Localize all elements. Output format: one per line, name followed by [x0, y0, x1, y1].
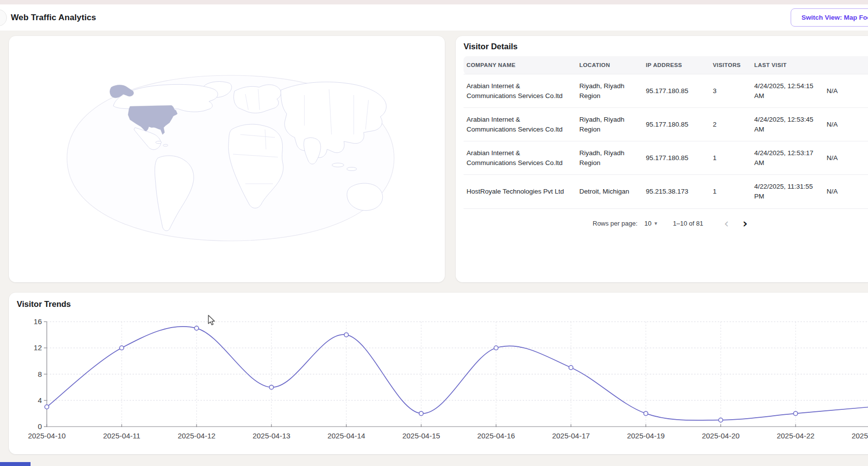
- cell-last: 4/24/2025, 12:53:17 AM: [751, 141, 824, 175]
- cell-ip: 95.215.38.173: [643, 175, 710, 208]
- column-header-company-name: COMPANY NAME: [464, 56, 576, 74]
- column-header-ip-address: IP ADDRESS: [643, 56, 710, 74]
- bottom-bar-fragment: [0, 462, 31, 466]
- cell-visitors: 2: [710, 108, 751, 141]
- y-tick-label: 12: [33, 343, 42, 352]
- column-header-location: LOCATION: [576, 56, 643, 74]
- x-tick-label: 2025-04-16: [477, 432, 515, 440]
- map-land-island: [347, 167, 357, 171]
- table-row[interactable]: Arabian Internet & Communications Servic…: [464, 108, 868, 141]
- x-tick-label: 2025-04-12: [178, 432, 216, 440]
- visitor-details-panel: Visitor Details COMPANY NAMELOCATIONIP A…: [456, 36, 868, 282]
- data-point-marker[interactable]: [344, 333, 348, 336]
- world-map[interactable]: [9, 36, 445, 282]
- x-tick-label: 2025-04-11: [103, 432, 140, 440]
- data-point-marker[interactable]: [195, 326, 199, 330]
- x-tick-label: 2025-04-13: [253, 432, 291, 440]
- map-land-island: [163, 144, 168, 146]
- y-tick-label: 8: [38, 370, 42, 378]
- data-point-marker[interactable]: [794, 411, 798, 415]
- cell-location: Detroit, Michigan: [576, 175, 643, 208]
- cell-visitors: 1: [710, 141, 751, 175]
- data-point-marker[interactable]: [569, 366, 573, 369]
- x-tick-label: 2025-04-10: [28, 432, 66, 440]
- data-point-marker[interactable]: [644, 411, 648, 415]
- column-header-extra: [824, 56, 868, 74]
- x-tick-label: 2025-04-20: [702, 432, 740, 440]
- cell-location: Riyadh, Riyadh Region: [576, 141, 643, 175]
- cell-extra: N/A: [824, 108, 868, 141]
- top-strip: [0, 0, 868, 4]
- chevron-right-icon[interactable]: ›: [739, 219, 752, 229]
- cell-last: 4/22/2025, 11:31:55 PM: [751, 175, 824, 208]
- cell-ip: 95.177.180.85: [643, 141, 710, 175]
- cell-company: HostRoyale Technologies Pvt Ltd: [464, 175, 576, 208]
- column-header-last-visit: LAST VISIT: [751, 56, 824, 74]
- cell-location: Riyadh, Riyadh Region: [576, 74, 643, 108]
- x-tick-label: 2025-04-15: [402, 432, 440, 440]
- x-tick-label: 2025-04-22: [777, 432, 815, 440]
- switch-view-button[interactable]: Switch View: Map Focus: [791, 8, 868, 27]
- cell-ip: 95.177.180.85: [643, 74, 710, 108]
- chevron-left-icon[interactable]: ‹: [720, 219, 733, 229]
- cell-ip: 95.177.180.85: [643, 108, 710, 141]
- rows-per-page-value: 10: [644, 220, 651, 227]
- table-row[interactable]: HostRoyale Technologies Pvt LtdDetroit, …: [464, 175, 868, 208]
- mouse-cursor-icon: [206, 314, 217, 326]
- data-point-marker[interactable]: [494, 346, 498, 350]
- map-land-island: [332, 163, 344, 167]
- visitor-trends-panel: Visitor Trends 04812162025-04-102025-04-…: [9, 293, 868, 454]
- cell-company: Arabian Internet & Communications Servic…: [464, 108, 576, 141]
- data-point-marker[interactable]: [419, 411, 423, 415]
- y-tick-label: 16: [33, 317, 42, 326]
- visitor-details-table: COMPANY NAMELOCATIONIP ADDRESSVISITORSLA…: [464, 56, 868, 209]
- column-header-visitors: VISITORS: [710, 56, 751, 74]
- y-tick-label: 0: [38, 422, 42, 431]
- rows-per-page-select[interactable]: 10 ▾: [644, 220, 657, 227]
- visitor-trends-chart: 04812162025-04-102025-04-112025-04-12202…: [9, 312, 868, 450]
- pagination-range: 1–10 of 81: [673, 220, 703, 227]
- data-point-marker[interactable]: [120, 346, 124, 350]
- cell-company: Arabian Internet & Communications Servic…: [464, 74, 576, 108]
- trend-line: [47, 327, 868, 420]
- data-point-marker[interactable]: [269, 385, 273, 389]
- table-header-row: COMPANY NAMELOCATIONIP ADDRESSVISITORSLA…: [464, 56, 868, 74]
- data-point-marker[interactable]: [45, 405, 49, 409]
- x-tick-label: 2025-04-14: [328, 432, 366, 440]
- cell-last: 4/24/2025, 12:53:45 AM: [751, 108, 824, 141]
- cell-extra: N/A: [824, 74, 868, 108]
- table-row[interactable]: Arabian Internet & Communications Servic…: [464, 74, 868, 108]
- cell-company: Arabian Internet & Communications Servic…: [464, 141, 576, 175]
- cell-visitors: 1: [710, 175, 751, 208]
- header-avatar-fragment: [0, 9, 7, 26]
- rows-per-page-label: Rows per page:: [593, 220, 637, 227]
- table-pagination: Rows per page: 10 ▾ 1–10 of 81 ‹ ›: [593, 219, 868, 229]
- data-point-marker[interactable]: [719, 418, 723, 422]
- cell-extra: N/A: [824, 141, 868, 175]
- table-row[interactable]: Arabian Internet & Communications Servic…: [464, 141, 868, 175]
- visitor-trends-title: Visitor Trends: [17, 300, 868, 309]
- dropdown-caret-icon: ▾: [655, 220, 658, 227]
- cell-location: Riyadh, Riyadh Region: [576, 108, 643, 141]
- x-tick-label: 2025-04-23: [852, 432, 868, 440]
- cell-visitors: 3: [710, 74, 751, 108]
- map-land-island: [156, 141, 162, 144]
- page-title: Web Traffic Analytics: [11, 13, 96, 23]
- cell-extra: N/A: [824, 175, 868, 208]
- y-tick-label: 4: [38, 396, 42, 404]
- app-header: Web Traffic Analytics Switch View: Map F…: [0, 4, 868, 31]
- x-tick-label: 2025-04-17: [552, 432, 590, 440]
- visitor-details-title: Visitor Details: [464, 42, 868, 51]
- x-tick-label: 2025-04-19: [627, 432, 665, 440]
- cell-last: 4/24/2025, 12:54:15 AM: [751, 74, 824, 108]
- world-map-panel[interactable]: [9, 36, 445, 282]
